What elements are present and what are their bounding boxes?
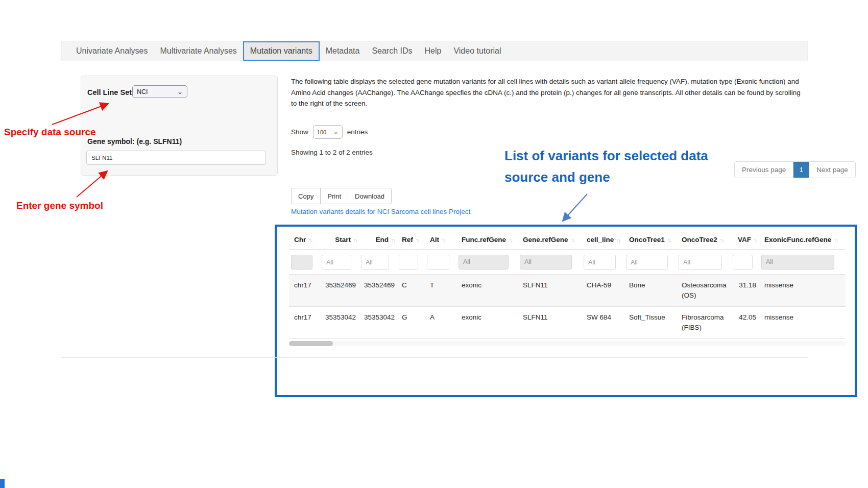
tab-video-tutorial[interactable]: Video tutorial [447,41,507,61]
column-header-end[interactable]: End↑↓ [359,231,397,250]
column-header-label: Alt [430,236,439,243]
horizontal-scrollbar-thumb[interactable] [289,341,333,346]
column-header-oncotree2[interactable]: OncoTree2↑↓ [677,231,731,250]
table-cell-start: 35352469 [320,275,359,307]
print-button[interactable]: Print [320,188,348,204]
filter-cell: All [518,250,582,275]
cell-line-set-value: NCI [137,88,148,95]
sort-icon: ↑↓ [416,237,419,243]
column-filter-input-alt[interactable] [427,255,449,270]
column-filter-input-oncotree2[interactable] [679,255,722,270]
column-header-alt[interactable]: Alt↑↓ [425,231,456,250]
download-button[interactable]: Download [348,188,392,204]
gene-symbol-label: Gene symbol: (e.g. SLFN11) [87,137,182,145]
column-filter-input-cell-line[interactable] [584,255,616,270]
filter-cell [359,250,397,275]
pagination: Previous page 1 Next page [734,161,856,178]
filter-cell [677,250,731,275]
export-button-group: Copy Print Download [291,188,392,204]
column-header-start[interactable]: Start↑↓ [320,231,359,250]
annotation-enter-gene-symbol: Enter gene symbol [16,200,103,211]
sort-icon: ↑↓ [616,237,620,243]
column-header-func-refgene[interactable]: Func.refGene↑↓ [456,231,518,250]
column-header-chr[interactable]: Chr↑↓ [289,231,320,250]
column-header-label: OncoTree1 [629,236,665,243]
column-header-cell-line[interactable]: cell_line↑↓ [582,231,624,250]
table-cell-chr: chr17 [289,307,320,339]
column-header-label: Chr [294,236,306,243]
tab-multivariate-analyses[interactable]: Multivariate Analyses [154,41,243,61]
table-row[interactable]: chr173535304235353042GAexonicSLFN11SW 68… [289,307,846,339]
sort-icon: ↑↓ [667,237,671,243]
table-cell-oncotree2: Osteosarcoma (OS) [677,275,731,307]
annotation-variants-list-line1: List of variants for selected data [504,145,708,166]
tab-metadata[interactable]: Metadata [320,41,366,61]
table-cell-oncotree2: Fibrosarcoma (FIBS) [677,307,731,339]
next-page-button[interactable]: Next page [809,162,855,178]
table-cell-oncotree1: Bone [624,275,677,307]
copy-button[interactable]: Copy [291,188,321,204]
tab-mutation-variants[interactable]: Mutation variants [243,41,320,61]
filter-cell [397,250,425,275]
gene-symbol-input[interactable] [86,151,266,165]
column-filter-select-chr[interactable] [291,255,312,270]
annotation-variants-list: List of variants for selected data sourc… [504,145,708,188]
column-header-label: Ref [402,236,413,243]
page-corner-artifact [0,479,5,488]
variants-table-wrapper: Chr↑↓Start↑↓End↑↓Ref↑↓Alt↑↓Func.refGene↑… [289,231,848,346]
column-filter-select-func-refgene[interactable]: All [459,255,509,270]
table-description: The following table displays the selecte… [291,76,803,109]
column-filter-input-ref[interactable] [399,255,418,270]
table-header-row: Chr↑↓Start↑↓End↑↓Ref↑↓Alt↑↓Func.refGene↑… [289,231,846,250]
column-header-label: Gene.refGene [523,236,568,243]
column-header-ref[interactable]: Ref↑↓ [397,231,425,250]
sort-icon: ↑↓ [391,237,395,243]
table-cell-oncotree1: Soft_Tissue [624,307,677,339]
column-filter-input-oncotree1[interactable] [626,255,668,270]
column-header-label: Start [335,236,351,243]
tab-univariate-analyses[interactable]: Univariate Analyses [70,41,154,61]
filter-cell: All [759,250,846,275]
column-filter-select-exonicfunc-refgene[interactable]: All [761,255,834,270]
column-filter-input-vaf[interactable] [733,255,753,270]
table-cell-ref: G [397,307,425,339]
column-header-gene-refgene[interactable]: Gene.refGene↑↓ [518,231,582,250]
tab-search-ids[interactable]: Search IDs [366,41,418,61]
entries-label: entries [347,128,368,136]
table-cell-exonicfunc-refgene: missense [759,275,846,307]
column-filter-select-gene-refgene[interactable]: All [520,255,572,270]
column-header-label: OncoTree2 [682,236,717,243]
sort-icon: ↑↓ [754,237,757,243]
previous-page-button[interactable]: Previous page [735,162,793,178]
page-length-select[interactable]: 100 ⌄ [313,125,343,139]
column-header-label: VAF [738,236,751,243]
table-cell-exonicfunc-refgene: missense [759,307,846,339]
table-caption-link[interactable]: Mutation variants details for NCI Sarcom… [291,208,470,215]
column-filter-input-start[interactable] [322,255,351,270]
table-cell-vaf: 31.18 [731,275,759,307]
table-cell-cell-line: CHA-59 [582,275,624,307]
main-navbar: Univariate AnalysesMultivariate Analyses… [61,41,808,61]
tab-help[interactable]: Help [419,41,448,61]
sort-icon: ↑↓ [353,237,357,243]
horizontal-scrollbar-track[interactable] [289,341,846,346]
arrow-to-variants-table [563,194,587,221]
content-separator-line [61,357,808,358]
column-header-exonicfunc-refgene[interactable]: ExonicFunc.refGene↑↓ [759,231,846,250]
sort-icon: ↑↓ [442,237,445,243]
filter-cell [582,250,624,275]
sort-icon: ↑↓ [571,237,574,243]
column-header-oncotree1[interactable]: OncoTree1↑↓ [624,231,677,250]
table-cell-gene-refgene: SLFN11 [518,307,582,339]
column-filter-input-end[interactable] [361,255,389,270]
table-cell-func-refgene: exonic [456,275,518,307]
table-cell-start: 35353042 [320,307,359,339]
column-header-vaf[interactable]: VAF↑↓ [731,231,759,250]
cell-line-set-select[interactable]: NCI ⌄ [132,85,187,98]
table-cell-vaf: 42.05 [731,307,759,339]
current-page-button[interactable]: 1 [793,162,809,178]
table-row[interactable]: chr173535246935352469CTexonicSLFN11CHA-5… [289,275,846,307]
column-header-label: End [376,236,389,243]
annotation-variants-list-line2: source and gene [504,166,708,188]
column-header-label: Func.refGene [462,236,506,243]
